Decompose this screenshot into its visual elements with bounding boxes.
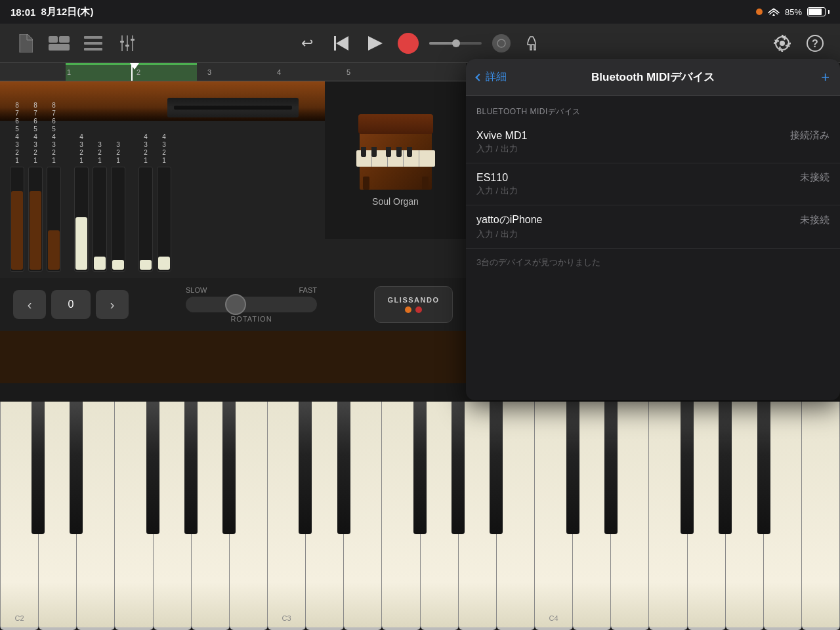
- bt-add-button[interactable]: +: [821, 69, 830, 86]
- key-ds4[interactable]: [604, 402, 618, 534]
- bt-device-name-2: yattoのiPhone: [476, 213, 543, 227]
- rotation-knob[interactable]: [225, 294, 246, 315]
- timeline[interactable]: 1 2 3 4 5: [0, 63, 466, 81]
- tuning-button[interactable]: [521, 32, 545, 55]
- bt-device-sub-1: 入力 / 出力: [476, 185, 830, 197]
- help-button[interactable]: ?: [803, 32, 827, 55]
- preset-prev-button[interactable]: ‹: [13, 290, 46, 319]
- key-as4[interactable]: [757, 402, 770, 534]
- bt-back-button[interactable]: 詳細: [476, 70, 507, 84]
- key-fs2[interactable]: [146, 402, 159, 534]
- svg-text:?: ?: [812, 38, 818, 49]
- bt-device-sub-2: 入力 / 出力: [476, 228, 830, 240]
- svg-rect-9: [120, 41, 124, 43]
- prev-arrow-icon: ‹: [28, 297, 32, 312]
- preset-next-button[interactable]: ›: [96, 290, 129, 319]
- toolbar-center: ↩: [295, 32, 545, 55]
- playhead-triangle: [130, 63, 139, 70]
- timeline-bar-4: 4: [277, 68, 281, 76]
- soul-organ-thumbnail[interactable]: Soul Organ: [325, 81, 466, 239]
- chevron-left-icon: [475, 74, 482, 81]
- new-document-button[interactable]: [13, 32, 37, 55]
- rotation-slider[interactable]: [186, 297, 317, 312]
- key-ds3[interactable]: [337, 402, 350, 534]
- volume-slider[interactable]: [429, 42, 482, 45]
- drawbar-1[interactable]: 87654321: [10, 102, 24, 272]
- preset-counter: 0: [51, 290, 91, 319]
- drawbar-2[interactable]: 87654321: [28, 102, 43, 272]
- date-display: 8月12日(木): [41, 6, 93, 18]
- key-as2[interactable]: [222, 402, 236, 534]
- settings-button[interactable]: [770, 32, 794, 55]
- slow-label: SLOW: [186, 286, 207, 294]
- toolbar: ↩: [0, 24, 840, 63]
- drawbar-5[interactable]: 321: [93, 141, 107, 272]
- skip-back-button[interactable]: [329, 32, 353, 55]
- bt-device-row-2[interactable]: yattoのiPhone 未接続 入力 / 出力: [466, 205, 840, 249]
- glissando-dots: [405, 306, 422, 313]
- key-gs2[interactable]: [184, 402, 198, 534]
- toolbar-right: ?: [770, 32, 827, 55]
- fast-label: FAST: [299, 286, 317, 294]
- key-gs4[interactable]: [719, 402, 732, 534]
- glissando-button[interactable]: GLISSANDO: [374, 286, 453, 323]
- bt-device-status-1: 未接続: [800, 171, 830, 184]
- key-c5[interactable]: [802, 402, 840, 630]
- undo-button[interactable]: ↩: [295, 32, 319, 55]
- play-button[interactable]: [364, 32, 387, 55]
- list-view-button[interactable]: [81, 32, 105, 55]
- svg-marker-14: [368, 36, 383, 51]
- drawbar-8[interactable]: 4321: [157, 133, 171, 272]
- key-ds2[interactable]: [70, 402, 83, 534]
- key-cs3[interactable]: [299, 402, 312, 534]
- key-as3[interactable]: [490, 402, 503, 534]
- organ-image: [353, 114, 438, 190]
- timeline-bar-3: 3: [207, 68, 211, 76]
- svg-rect-5: [84, 48, 102, 51]
- glissando-dot-1: [405, 306, 411, 313]
- next-arrow-icon: ›: [110, 297, 115, 312]
- organ-area: 87654321 87654321 87654321 4321 321: [0, 81, 466, 383]
- key-cs4[interactable]: [566, 402, 579, 534]
- drawbars-section: 87654321 87654321 87654321 4321 321: [0, 121, 466, 278]
- bt-device-status-0: 接続済み: [790, 129, 830, 142]
- svg-rect-11: [131, 39, 135, 41]
- drawbar-3[interactable]: 87654321: [47, 102, 61, 272]
- mixer-button[interactable]: [116, 32, 139, 55]
- svg-rect-12: [334, 36, 336, 51]
- bt-device-row-0[interactable]: Xvive MD1 接続済み 入力 / 出力: [466, 121, 840, 163]
- svg-point-16: [780, 41, 785, 46]
- glissando-label: GLISSANDO: [388, 296, 440, 304]
- bt-device-name-0: Xvive MD1: [476, 130, 527, 142]
- bt-panel-header: 詳細 Bluetooth MIDIデバイス +: [466, 59, 840, 96]
- bt-device-sub-0: 入力 / 出力: [476, 143, 830, 155]
- svg-rect-2: [49, 44, 70, 51]
- drawbar-4[interactable]: 4321: [74, 133, 89, 272]
- status-left: 18:01 8月12日(木): [10, 6, 93, 18]
- svg-rect-10: [125, 45, 129, 47]
- bt-section-header: BLUETOOTH MIDIデバイス: [466, 96, 840, 121]
- nav-buttons: ‹ 0 ›: [13, 290, 129, 319]
- organ-controls: ‹ 0 › SLOW FAST ROTATION GLISSANDO: [0, 278, 466, 331]
- bt-device-row-1[interactable]: ES110 未接続 入力 / 出力: [466, 163, 840, 205]
- record-button[interactable]: [398, 33, 419, 54]
- key-gs3[interactable]: [452, 402, 465, 534]
- time-display: 18:01: [10, 7, 35, 18]
- key-fs3[interactable]: [413, 402, 427, 534]
- drawbar-7[interactable]: 4321: [138, 133, 153, 272]
- tracks-view-button[interactable]: [47, 32, 71, 55]
- svg-rect-3: [84, 36, 102, 39]
- battery-icon: [807, 7, 830, 16]
- organ-name-label: Soul Organ: [372, 196, 419, 207]
- timeline-bar-1: 1: [67, 68, 71, 76]
- status-right: 85%: [756, 7, 830, 18]
- bt-device-status-2: 未接続: [800, 214, 830, 226]
- toolbar-left: [13, 32, 139, 55]
- metronome-button[interactable]: [492, 34, 511, 52]
- rotation-control: SLOW FAST ROTATION: [142, 286, 361, 323]
- battery-percentage: 85%: [785, 7, 802, 17]
- bt-device-name-1: ES110: [476, 172, 508, 184]
- key-cs2[interactable]: [32, 402, 45, 534]
- drawbar-6[interactable]: 321: [111, 141, 125, 272]
- key-fs4[interactable]: [681, 402, 694, 534]
